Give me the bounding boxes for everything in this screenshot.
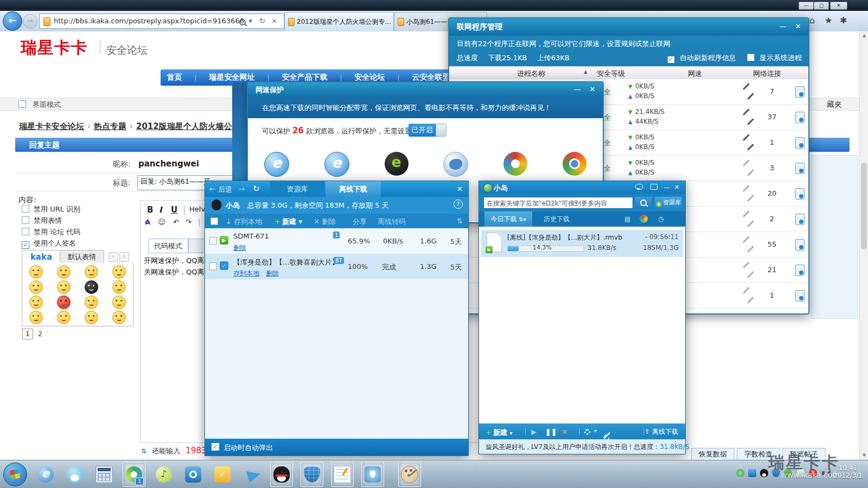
editor-content[interactable]: 开网速保护，QQ离 关网速保护，QQ离 xyxy=(144,255,204,278)
downloader-titlebar[interactable]: ← 后退 → ↻ 资源库 离线下载 ✕ xyxy=(205,181,468,197)
process-detail-icon[interactable] xyxy=(795,214,805,225)
tab-kaka-emoticons[interactable]: kaka xyxy=(22,250,61,264)
row1-play-icon[interactable]: ▶ xyxy=(220,236,228,245)
tray-network-icon[interactable] xyxy=(796,468,805,478)
process-detail-icon[interactable] xyxy=(795,188,805,200)
edit-rule-icon[interactable] xyxy=(747,297,754,304)
col-net-speed[interactable]: 网速 xyxy=(688,69,702,79)
tray-qq-icon[interactable] xyxy=(760,469,768,477)
taskbar-clock[interactable]: 10:41 2012/3/1 xyxy=(833,464,863,479)
search-icon[interactable] xyxy=(239,19,246,27)
share-button[interactable]: 分享 xyxy=(353,217,367,227)
earth-emoticon-icon[interactable] xyxy=(29,311,43,324)
start-task-icon[interactable]: ▶ xyxy=(531,428,537,436)
stop-icon[interactable]: × xyxy=(271,17,277,25)
speedguard-toggle-on[interactable]: 已开启 xyxy=(409,124,436,137)
redo-icon[interactable]: ↷ xyxy=(186,218,192,226)
timer-icon[interactable]: ◷ xyxy=(658,215,663,223)
speedguard-minimize-icon[interactable]: — xyxy=(571,85,583,93)
breadcrumb-link[interactable]: 瑞星卡卡安全论坛 xyxy=(19,121,84,131)
downloader-back-icon[interactable]: ← xyxy=(209,185,215,193)
process-detail-icon[interactable] xyxy=(795,112,805,123)
edit-rule-icon[interactable] xyxy=(747,118,754,125)
list-view-icon[interactable]: ▤ xyxy=(624,215,630,223)
netman-close-icon[interactable]: ✕ xyxy=(792,22,804,30)
feedback-bubble-icon[interactable] xyxy=(635,184,643,191)
nav-item-0[interactable]: 首页 xyxy=(167,73,182,82)
transcode-button[interactable]: 离线转码 xyxy=(378,217,406,227)
taskbar-item-paint[interactable] xyxy=(398,462,421,487)
taskbar-item-defense[interactable] xyxy=(361,462,384,487)
row2-selected-icon[interactable]: ✓ xyxy=(220,261,228,270)
smug-emoticon-icon[interactable] xyxy=(57,311,71,324)
taskbar-item-music[interactable] xyxy=(153,463,175,486)
ui-mode-checkbox[interactable] xyxy=(18,100,26,108)
search-button[interactable] xyxy=(635,197,652,209)
taskbar-item-bird[interactable] xyxy=(241,463,263,486)
settings-gear-icon[interactable] xyxy=(584,428,590,436)
edit-rule-icon[interactable] xyxy=(743,108,750,115)
edit-rule-icon[interactable] xyxy=(747,271,754,278)
edit-rule-icon[interactable] xyxy=(747,246,754,253)
edit-rule-icon[interactable] xyxy=(747,144,754,151)
angry-emoticon-icon[interactable] xyxy=(57,296,71,309)
shock-emoticon-icon[interactable] xyxy=(112,280,126,294)
smart-input-icon[interactable]: ⇅ xyxy=(141,447,146,455)
underline-button[interactable]: U xyxy=(171,205,177,215)
help-icon[interactable]: ? xyxy=(454,200,463,209)
downloader-refresh-icon[interactable]: ↻ xyxy=(253,184,260,194)
page-scrollbar[interactable]: ▲ ▼ xyxy=(859,31,868,460)
taskbar-item-firewall[interactable] xyxy=(301,462,323,487)
process-detail-icon[interactable] xyxy=(795,137,805,149)
option-checkbox[interactable]: ✓ xyxy=(22,241,29,249)
remove-format-icon[interactable]: A xyxy=(145,218,150,226)
breadcrumb-link[interactable]: 热点专题 xyxy=(94,121,126,131)
address-bar[interactable]: http://bbs.ikaka.com/postreply.aspx?topi… xyxy=(39,14,284,29)
select-all-checkbox[interactable] xyxy=(210,217,218,225)
col-security-level[interactable]: 安全等级 xyxy=(597,69,625,79)
favorites-star-icon[interactable]: ★ xyxy=(825,15,832,25)
downloader-forward-icon[interactable]: → xyxy=(239,185,245,193)
speedguard-toggle-knob[interactable] xyxy=(436,124,446,137)
tab-today-downloads[interactable]: 今日下载 ⇅▾ xyxy=(484,211,532,227)
cool-emoticon-icon[interactable] xyxy=(85,265,98,279)
process-detail-icon[interactable] xyxy=(795,163,805,174)
option-checkbox[interactable] xyxy=(22,216,29,224)
emoticon-prev-icon[interactable]: ‹ xyxy=(108,252,118,262)
edit-rule-icon[interactable] xyxy=(743,134,750,141)
row1-checkbox[interactable] xyxy=(209,237,217,245)
save-local-button[interactable]: ↓ 存到本地 xyxy=(226,217,262,227)
row2-save-link[interactable]: 存到本地 xyxy=(233,269,259,278)
delete-button[interactable]: ✕ 删除 xyxy=(314,217,336,227)
taskbar-item-qq-xuanfeng[interactable]: 1 xyxy=(123,462,145,487)
xiaodao-titlebar[interactable]: 小岛 — ✕ xyxy=(479,181,685,194)
tab-code-mode[interactable]: 代码模式 xyxy=(148,239,188,253)
browser-tab-1[interactable]: 2012版瑞星个人防火墙公测专... xyxy=(284,12,394,31)
option-checkbox[interactable] xyxy=(22,228,29,235)
resource-library-button[interactable]: ↓资源库 xyxy=(655,197,682,209)
process-detail-icon[interactable] xyxy=(795,239,805,251)
kiss-emoticon-icon[interactable] xyxy=(112,311,126,324)
italic-button[interactable]: I xyxy=(159,205,162,215)
taskbar-item-security[interactable] xyxy=(212,463,233,486)
col-process-name[interactable]: 进程名称 xyxy=(517,69,545,79)
panel-toggle-icon[interactable] xyxy=(650,184,658,191)
download-row-2[interactable]: ✓ 【浑身是劲】【...歌舞喜剧大片】 BT 存到本地 删除 100% 完成 1… xyxy=(205,254,468,279)
option-checkbox[interactable] xyxy=(22,205,29,213)
downloader-back-label[interactable]: 后退 xyxy=(218,185,232,195)
new-task-button[interactable]: +新建 ▾ xyxy=(486,428,512,438)
netman-titlebar[interactable]: 联网程序管理 — ✕ xyxy=(449,18,808,36)
process-detail-icon[interactable] xyxy=(795,265,805,276)
tab-resource-library[interactable]: 资源库 xyxy=(270,181,324,197)
grin-emoticon-icon[interactable] xyxy=(112,296,126,309)
edit-rule-icon[interactable] xyxy=(747,220,754,227)
edit-rule-icon[interactable] xyxy=(743,159,750,166)
tray-message-icon[interactable] xyxy=(748,469,756,477)
edit-rule-icon[interactable] xyxy=(747,169,754,176)
row2-checkbox[interactable] xyxy=(209,262,217,270)
tools-gear-icon[interactable]: ✱ xyxy=(840,15,847,25)
netman-minimize-icon[interactable]: — xyxy=(777,22,789,30)
netman-table-header[interactable]: 进程名称 ▲ 安全等级 网速 网络连接 xyxy=(449,66,808,80)
edit-rule-icon[interactable] xyxy=(743,185,750,192)
row2-delete-link[interactable]: 删除 xyxy=(266,269,279,278)
